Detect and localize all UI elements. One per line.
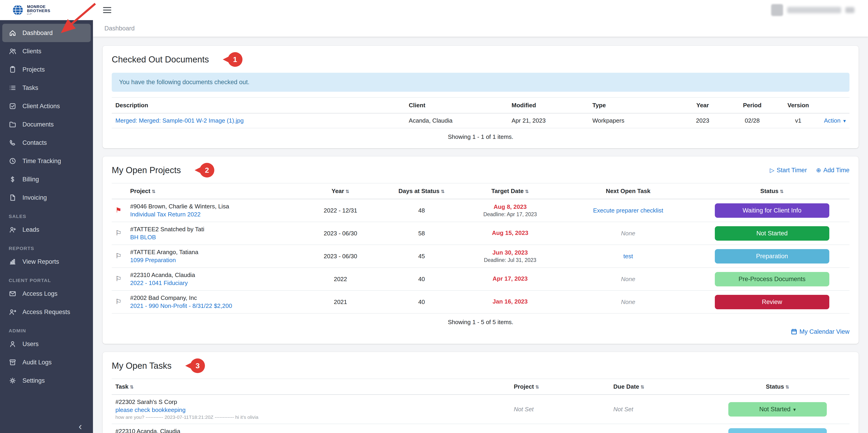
cell-days: 45 bbox=[385, 245, 458, 268]
sidebar-item-audit-logs[interactable]: Audit Logs bbox=[2, 353, 91, 371]
sidebar-item-projects[interactable]: Projects bbox=[2, 60, 91, 79]
sidebar-item-label: Settings bbox=[23, 377, 45, 384]
next-open-task-link[interactable]: Execute preparer checklist bbox=[593, 207, 663, 214]
sidebar-item-label: Tasks bbox=[23, 85, 38, 92]
project-status-button[interactable]: Not Started bbox=[715, 226, 829, 241]
cell-year: 2022 bbox=[296, 268, 385, 291]
sidebar-item-contacts[interactable]: Contacts bbox=[2, 134, 91, 152]
flag-icon[interactable]: ⚐ bbox=[115, 298, 122, 305]
sidebar-item-label: Audit Logs bbox=[23, 359, 52, 366]
add-time-button[interactable]: ⊕Add Time bbox=[816, 167, 849, 174]
sidebar-item-dashboard[interactable]: Dashboard bbox=[2, 24, 91, 42]
sidebar-item-clients[interactable]: Clients bbox=[2, 42, 91, 60]
project-link[interactable]: 2022 - 1041 Fiduciary bbox=[130, 279, 188, 287]
phone-icon bbox=[9, 139, 17, 146]
project-status-button[interactable]: Preparation bbox=[715, 249, 829, 264]
cell-type: Workpapers bbox=[589, 113, 677, 128]
clipboard-icon bbox=[9, 66, 17, 73]
sidebar-item-view-reports[interactable]: View Reports bbox=[2, 253, 91, 271]
sidebar-item-invoicing[interactable]: Invoicing bbox=[2, 189, 91, 207]
annotation-badge-2: 2 bbox=[195, 163, 214, 177]
col-header-period: Period bbox=[728, 97, 776, 113]
col-header-next-open-task: Next Open Task bbox=[562, 183, 694, 199]
task-status-dropdown[interactable]: Not Started▾ bbox=[728, 402, 827, 417]
col-header-status[interactable]: Status⇅ bbox=[706, 379, 849, 395]
sidebar-item-label: Dashboard bbox=[23, 30, 53, 37]
deadline-text: Deadline: Apr 17, 2023 bbox=[462, 211, 558, 218]
start-timer-button[interactable]: ▷Start Timer bbox=[770, 167, 807, 174]
breadcrumb: Dashboard bbox=[104, 25, 135, 32]
cell-days: 58 bbox=[385, 222, 458, 245]
sidebar-section-admin: ADMIN bbox=[0, 328, 93, 333]
sidebar-item-label: Time Tracking bbox=[23, 158, 61, 165]
cell-due-date: Not Set bbox=[613, 406, 633, 413]
project-status-button[interactable]: Review bbox=[715, 295, 829, 309]
check-square-icon bbox=[9, 102, 17, 110]
col-header-days-at-status[interactable]: Days at Status⇅ bbox=[385, 183, 458, 199]
topbar: MONROE BROTHERS LLP bbox=[0, 0, 868, 20]
sidebar-item-billing[interactable]: Billing bbox=[2, 170, 91, 189]
sidebar-item-users[interactable]: Users bbox=[2, 335, 91, 353]
my-open-tasks-card: My Open Tasks 3 Task⇅ Project⇅ Due Date⇅… bbox=[102, 352, 859, 433]
sidebar-item-tasks[interactable]: Tasks bbox=[2, 79, 91, 97]
sidebar-item-leads[interactable]: Leads bbox=[2, 221, 91, 239]
project-link[interactable]: BH BLOB bbox=[130, 234, 156, 241]
project-name: #TATTEE Arango, Tatiana bbox=[130, 248, 292, 256]
flag-icon[interactable]: ⚐ bbox=[115, 229, 122, 237]
flag-icon[interactable]: ⚐ bbox=[115, 275, 122, 282]
sidebar-item-label: Invoicing bbox=[23, 194, 47, 201]
table-row: #22302 Sarah's S Corp please check bookk… bbox=[112, 395, 849, 424]
sidebar-item-access-requests[interactable]: Access Requests bbox=[2, 303, 91, 321]
col-header-project[interactable]: Project⇅ bbox=[510, 379, 610, 395]
cell-modified: Apr 21, 2023 bbox=[508, 113, 589, 128]
next-open-task-link[interactable]: test bbox=[623, 253, 633, 260]
my-calendar-view-link[interactable]: My Calendar View bbox=[791, 328, 849, 335]
user-menu[interactable] bbox=[771, 4, 855, 16]
sidebar-item-label: Documents bbox=[23, 121, 54, 128]
folder-icon bbox=[9, 121, 17, 128]
action-dropdown[interactable]: Action▾ bbox=[824, 117, 846, 124]
user-icon bbox=[9, 340, 17, 348]
col-header-project[interactable]: Project⇅ bbox=[127, 183, 296, 199]
sidebar-item-label: Clients bbox=[23, 48, 41, 55]
sidebar-collapse-button[interactable]: ‹ bbox=[79, 421, 82, 431]
task-link[interactable]: please check bookkeeping bbox=[115, 406, 185, 413]
cell-period: 02/28 bbox=[728, 113, 776, 128]
project-status-button[interactable]: Pre-Process Documents bbox=[715, 272, 829, 287]
task-note: how are you? ----------- 2023-07-11T18:2… bbox=[115, 414, 506, 420]
target-date: Aug 15, 2023 bbox=[462, 229, 558, 236]
col-header-action bbox=[820, 97, 849, 113]
cell-year: 2023 - 06/30 bbox=[296, 245, 385, 268]
project-link[interactable]: Individual Tax Return 2022 bbox=[130, 211, 200, 218]
project-link[interactable]: 2021 - 990 Non-Profit - 8/31/22 $2,200 bbox=[130, 302, 232, 309]
project-name: #2002 Bad Company, Inc bbox=[130, 294, 292, 301]
logo[interactable]: MONROE BROTHERS LLP bbox=[0, 4, 93, 16]
sidebar-item-access-logs[interactable]: Access Logs bbox=[2, 285, 91, 303]
table-row: ⚑ #9046 Brown, Charlie & Winters, LisaIn… bbox=[112, 199, 849, 222]
document-link[interactable]: Merged: Merged: Sample-001 W-2 Image (1)… bbox=[115, 117, 244, 124]
checked-out-table: Description Client Modified Type Year Pe… bbox=[112, 97, 849, 128]
gear-icon bbox=[9, 377, 17, 385]
task-status-dropdown[interactable]: In Progress▾ bbox=[728, 428, 827, 433]
breadcrumb-bar: Dashboard bbox=[93, 20, 868, 37]
sidebar-item-settings[interactable]: Settings bbox=[2, 371, 91, 390]
clock-icon bbox=[9, 157, 17, 165]
col-header-target-date[interactable]: Target Date⇅ bbox=[458, 183, 562, 199]
logo-text: MONROE BROTHERS LLP bbox=[27, 5, 50, 15]
sidebar-item-time-tracking[interactable]: Time Tracking bbox=[2, 152, 91, 170]
flag-icon[interactable]: ⚑ bbox=[115, 206, 122, 214]
col-header-due-date[interactable]: Due Date⇅ bbox=[610, 379, 706, 395]
project-link[interactable]: 1099 Preparation bbox=[130, 257, 176, 264]
hamburger-menu-icon[interactable] bbox=[103, 7, 111, 13]
dollar-icon bbox=[9, 175, 17, 183]
col-header-task[interactable]: Task⇅ bbox=[112, 379, 510, 395]
sidebar-item-client-actions[interactable]: Client Actions bbox=[2, 97, 91, 115]
projects-showing-text: Showing 1 - 5 of 5 items. bbox=[112, 313, 849, 327]
sidebar-item-documents[interactable]: Documents bbox=[2, 115, 91, 134]
annotation-badge-1: 1 bbox=[223, 52, 243, 67]
col-header-status[interactable]: Status⇅ bbox=[694, 183, 849, 199]
flag-icon[interactable]: ⚐ bbox=[115, 252, 122, 260]
project-status-button[interactable]: Waiting for Client Info bbox=[715, 203, 829, 218]
col-header-year[interactable]: Year⇅ bbox=[296, 183, 385, 199]
cell-project: Not Set bbox=[514, 406, 534, 413]
